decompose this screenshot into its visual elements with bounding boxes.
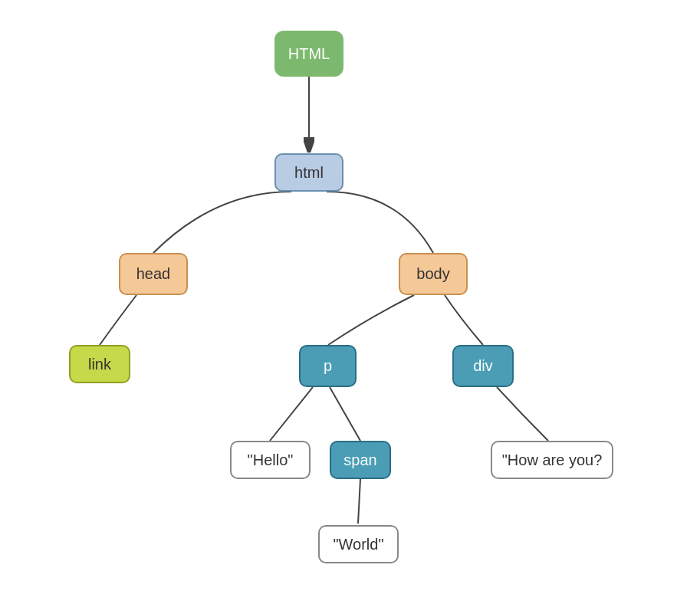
- diagram-container: HTML html head body link p div "Hello" s…: [0, 0, 700, 591]
- node-how-label: "How are you?: [502, 451, 603, 469]
- node-span-label: span: [343, 451, 376, 469]
- node-head-label: head: [136, 265, 171, 283]
- node-body: body: [399, 253, 468, 295]
- node-html-label: html: [294, 164, 324, 182]
- node-hello-label: "Hello": [248, 451, 294, 469]
- node-div-label: div: [473, 357, 493, 375]
- node-html-root: HTML: [274, 31, 343, 77]
- node-world: "World": [318, 525, 399, 563]
- svg-line-1: [358, 479, 360, 524]
- node-body-label: body: [416, 265, 449, 283]
- node-html-root-label: HTML: [288, 45, 330, 63]
- node-link: link: [69, 345, 130, 383]
- node-p: p: [299, 345, 357, 387]
- node-world-label: "World": [333, 536, 383, 553]
- connections-svg: [0, 0, 700, 591]
- node-link-label: link: [88, 356, 111, 373]
- node-how: "How are you?: [491, 441, 613, 479]
- node-span: span: [330, 441, 391, 479]
- node-html: html: [274, 153, 343, 192]
- node-div: div: [452, 345, 514, 387]
- node-p-label: p: [324, 357, 332, 375]
- node-hello: "Hello": [230, 441, 311, 479]
- node-head: head: [119, 253, 188, 295]
